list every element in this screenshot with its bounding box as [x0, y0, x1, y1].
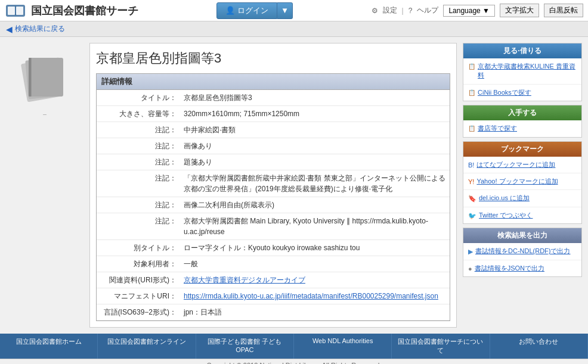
yahoo-icon: Y!	[468, 178, 474, 185]
twitter-icon: 🐦	[468, 212, 476, 220]
footer-nav-item[interactable]: 国立国会図書館ホーム	[0, 334, 98, 359]
row-label: 大きさ、容量等：	[97, 106, 180, 122]
rdf-export-link[interactable]: 書誌情報をDC-NDL(RDF)で出力	[475, 247, 571, 256]
header-right: ⚙ 設定 | ? ヘルプ Language ▼ 文字拡大 白黒反転	[372, 4, 583, 17]
table-row: 注記：京都大学附属図書館 Main Library, Kyoto Univers…	[97, 213, 450, 240]
row-link[interactable]: https://rmda.kulib.kyoto-u.ac.jp/iiif/me…	[184, 292, 438, 300]
svg-rect-6	[29, 58, 63, 97]
yahoo-item: Y! Yahoo! ブックマークに追加	[463, 173, 581, 190]
table-row: 言語(ISO639−2形式)：jpn：日本語	[97, 304, 450, 321]
row-value: 京都皇居色別指圖等3	[180, 90, 450, 106]
row-label: マニフェストURI：	[97, 288, 180, 304]
row-value: 一般	[180, 256, 450, 272]
nav-bar: ◀ 検索結果に戻る	[0, 21, 588, 37]
sidebar: 見る·借りる 📋 京都大学蔵書検索KULINE 貴重資料 📋 CiNii Boo…	[463, 43, 582, 328]
thumbnail-area: _	[6, 43, 83, 328]
delicious-item: 🔖 del.icio.us に追加	[463, 190, 581, 207]
book-icon: 📋	[468, 63, 475, 70]
logo-text: 国立国会図書館サーチ	[31, 4, 138, 18]
row-value: 320mm×1610mm; 715mm×1250mm	[180, 106, 450, 122]
footer-nav-item[interactable]: お問い合わせ	[490, 334, 588, 359]
logo-icon	[5, 2, 26, 19]
svg-rect-8	[29, 58, 31, 97]
kuline-link[interactable]: 京都大学蔵書検索KULINE 貴重資料	[478, 62, 577, 80]
row-value: https://rmda.kulib.kyoto-u.ac.jp/iiif/me…	[180, 288, 450, 304]
row-label: 注記：	[97, 170, 180, 197]
footer-nav-item[interactable]: 国際子ども図書館 子どもOPAC	[196, 334, 294, 359]
footer-nav-item[interactable]: 国立国会図書館サーチについて	[392, 334, 490, 359]
row-value: 画像あり	[180, 138, 450, 154]
json-icon: ●	[468, 265, 472, 272]
bookstore-link[interactable]: 書店等で探す	[478, 124, 517, 133]
rdf-export-item: ▶ 書誌情報をDC-NDL(RDF)で出力	[463, 243, 581, 260]
cinii-link[interactable]: CiNii Booksで探す	[478, 88, 531, 97]
bookmark-section: ブックマーク B! はてなブックマークに追加 Y! Yahoo! ブックマークに…	[463, 141, 582, 225]
person-icon: 👤	[225, 6, 235, 15]
thumbnail-label: _	[43, 108, 47, 115]
back-arrow-icon: ◀	[6, 24, 13, 34]
delicious-link[interactable]: del.icio.us に追加	[479, 194, 530, 203]
yahoo-link[interactable]: Yahoo! ブックマークに追加	[476, 177, 558, 186]
svg-rect-2	[16, 7, 23, 15]
row-value: 京都大学附属図書館 Main Library, Kyoto University…	[180, 213, 450, 240]
see-borrow-section: 見る·借りる 📋 京都大学蔵書検索KULINE 貴重資料 📋 CiNii Boo…	[463, 43, 582, 101]
row-value: 京都大学貴重資料デジタルアーカイブ	[180, 272, 450, 288]
row-label: 注記：	[97, 213, 180, 240]
login-button[interactable]: 👤 ログイン	[216, 2, 277, 19]
bw-button[interactable]: 白黒反転	[544, 4, 583, 17]
table-row: 注記：画像あり	[97, 138, 450, 154]
get-section: 入手する 📋 書店等で探す	[463, 105, 582, 137]
table-row: 関連資料(URI形式)：京都大学貴重資料デジタルアーカイブ	[97, 272, 450, 288]
help-link[interactable]: ヘルプ	[417, 5, 438, 15]
get-title: 入手する	[463, 105, 581, 120]
font-expand-button[interactable]: 文字拡大	[500, 4, 539, 17]
see-borrow-title: 見る·借りる	[463, 43, 581, 58]
row-label: 注記：	[97, 122, 180, 138]
cinii-item: 📋 CiNii Booksで探す	[463, 85, 581, 101]
book-thumbnail	[15, 49, 75, 108]
language-button[interactable]: Language ▼	[443, 5, 495, 17]
back-link[interactable]: ◀ 検索結果に戻る	[6, 24, 65, 34]
footer-nav-item[interactable]: Web NDL Authorities	[294, 334, 392, 359]
table-row: 注記：中井家絵図·書類	[97, 122, 450, 138]
detail-header: 詳細情報	[97, 74, 450, 90]
gear-icon: ⚙	[372, 7, 378, 15]
twitter-link[interactable]: Twitter でつぶやく	[479, 211, 533, 220]
table-row: マニフェストURI：https://rmda.kulib.kyoto-u.ac.…	[97, 288, 450, 304]
table-row: 注記：画像二次利用自由(所蔵表示)	[97, 197, 450, 213]
table-row: 別タイトル：ローマ字タイトル：Kyouto koukyo irowake sas…	[97, 240, 450, 256]
export-title: 検索結果を出力	[463, 228, 581, 243]
json-export-item: ● 書誌情報をJSONで出力	[463, 260, 581, 276]
hatena-link[interactable]: はてなブックマークに追加	[476, 160, 555, 169]
twitter-item: 🐦 Twitter でつぶやく	[463, 207, 581, 223]
logo: 国立国会図書館サーチ	[5, 2, 138, 19]
footer-nav: 国立国会図書館ホーム国立国会図書館オンライン国際子ども図書館 子どもOPACWe…	[0, 334, 588, 359]
table-row: 注記：「京都大学附属図書館所蔵中井家絵図·書類 禁東之部」インターネット公開によ…	[97, 170, 450, 197]
content-area: 京都皇居色別指圖等3 詳細情報 タイトル：京都皇居色別指圖等3大きさ、容量等：3…	[89, 43, 457, 328]
row-label: 関連資料(URI形式)：	[97, 272, 180, 288]
row-label: 別タイトル：	[97, 240, 180, 256]
footer-nav-item[interactable]: 国立国会図書館オンライン	[98, 334, 196, 359]
row-label: 注記：	[97, 154, 180, 170]
table-row: 大きさ、容量等：320mm×1610mm; 715mm×1250mm	[97, 106, 450, 122]
copyright: Copyright © 2012 National Diet Library. …	[0, 359, 588, 364]
row-value: 画像二次利用自由(所蔵表示)	[180, 197, 450, 213]
detail-section: 詳細情報 タイトル：京都皇居色別指圖等3大きさ、容量等：320mm×1610mm…	[96, 73, 450, 321]
main-area: _ 京都皇居色別指圖等3 詳細情報 タイトル：京都皇居色別指圖等3大きさ、容量等…	[0, 37, 588, 334]
settings-link[interactable]: 設定	[383, 5, 397, 15]
row-label: タイトル：	[97, 90, 180, 106]
hatena-icon: B!	[468, 161, 474, 169]
rdf-icon: ▶	[468, 248, 473, 256]
export-section: 検索結果を出力 ▶ 書誌情報をDC-NDL(RDF)で出力 ● 書誌情報をJSO…	[463, 228, 582, 277]
table-row: 注記：題箋あり	[97, 154, 450, 170]
json-export-link[interactable]: 書誌情報をJSONで出力	[475, 264, 544, 273]
row-link[interactable]: 京都大学貴重資料デジタルアーカイブ	[184, 276, 305, 284]
row-value: jpn：日本語	[180, 304, 450, 321]
table-row: タイトル：京都皇居色別指圖等3	[97, 90, 450, 106]
svg-rect-1	[8, 7, 15, 15]
row-value: 「京都大学附属図書館所蔵中井家絵図·書類 禁東之部」インターネット公開による京都…	[180, 170, 450, 197]
table-row: 対象利用者：一般	[97, 256, 450, 272]
store-icon: 📋	[468, 125, 475, 132]
detail-table: タイトル：京都皇居色別指圖等3大きさ、容量等：320mm×1610mm; 715…	[97, 90, 450, 321]
login-dropdown-button[interactable]: ▼	[277, 2, 293, 19]
